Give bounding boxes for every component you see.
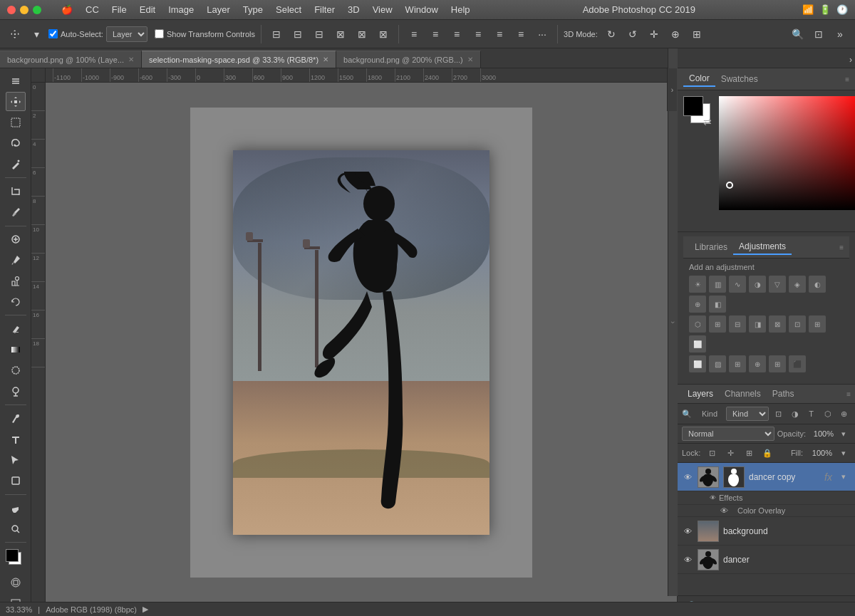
tab-layers[interactable]: Layers bbox=[682, 387, 719, 400]
selective-color-icon[interactable]: ⊞ bbox=[809, 315, 826, 333]
hue-sat-icon[interactable]: ◐ bbox=[809, 276, 826, 293]
3d-rotate-button[interactable]: ↻ bbox=[602, 25, 621, 43]
filter-pixel-icon[interactable]: ⊡ bbox=[772, 407, 785, 421]
search-button[interactable]: 🔍 bbox=[788, 25, 807, 43]
tab-close-icon[interactable]: ✕ bbox=[467, 56, 473, 63]
canvas-image[interactable] bbox=[233, 150, 489, 535]
smart-object-icon[interactable]: ⊕ bbox=[749, 355, 766, 372]
move-tool-options[interactable] bbox=[6, 25, 24, 43]
move-tool[interactable] bbox=[6, 92, 26, 111]
brightness-contrast-icon[interactable]: ☀ bbox=[689, 276, 706, 293]
panel-options-button[interactable] bbox=[6, 71, 26, 90]
pen-tool[interactable] bbox=[6, 409, 26, 428]
shape-fill-icon[interactable]: ⬛ bbox=[789, 355, 806, 372]
eraser-tool[interactable] bbox=[6, 319, 26, 338]
blend-mode-select[interactable]: Normal Multiply Screen Overlay bbox=[682, 427, 774, 441]
maximize-button[interactable] bbox=[33, 6, 41, 14]
layer-menu-item[interactable]: Layer bbox=[201, 3, 236, 16]
tab-background-100[interactable]: background.png @ 100% (Laye... ✕ bbox=[0, 51, 142, 68]
lock-pixels-button[interactable]: ⊡ bbox=[705, 446, 719, 460]
workspace-button[interactable]: ⊡ bbox=[809, 25, 828, 43]
gradient-map-icon[interactable]: ▽ bbox=[769, 276, 786, 293]
type-tool[interactable] bbox=[6, 429, 26, 449]
more-options-button[interactable]: ··· bbox=[533, 25, 551, 43]
solid-color-icon[interactable]: ⬜ bbox=[689, 355, 706, 372]
lock-artboard-button[interactable]: ⊞ bbox=[742, 446, 756, 460]
align-left-button[interactable]: ⊟ bbox=[267, 25, 286, 43]
history-brush-tool[interactable] bbox=[6, 292, 26, 311]
threshold-icon[interactable]: ⊡ bbox=[789, 315, 806, 333]
marquee-tool[interactable] bbox=[6, 113, 26, 132]
distribute-center-button[interactable]: ≡ bbox=[426, 25, 445, 43]
window-menu-item[interactable]: Window bbox=[400, 3, 444, 16]
foreground-color-swatch[interactable] bbox=[6, 549, 19, 562]
distribute-left-button[interactable]: ≡ bbox=[405, 25, 423, 43]
healing-brush-tool[interactable] bbox=[6, 230, 26, 249]
quick-mask-button[interactable] bbox=[6, 573, 26, 592]
color-overlay-eye-icon[interactable]: 👁 bbox=[720, 506, 732, 515]
layer-row-dancer-copy[interactable]: 👁 dancer copy fx ▾ bbox=[678, 463, 855, 491]
effects-eye-icon[interactable]: 👁 bbox=[710, 494, 716, 501]
lock-position-button[interactable]: ✛ bbox=[723, 446, 737, 460]
exposure-icon[interactable]: ◑ bbox=[749, 276, 766, 293]
layer-expand-button[interactable]: ▾ bbox=[836, 470, 851, 484]
tab-close-icon[interactable]: ✕ bbox=[128, 56, 134, 63]
zoom-tool[interactable] bbox=[6, 519, 26, 538]
invert-icon[interactable]: ◨ bbox=[749, 315, 766, 333]
apple-menu-item[interactable]: 🍎 bbox=[56, 3, 78, 16]
filter-shape-icon[interactable]: ⬡ bbox=[821, 407, 834, 421]
distribute-right-button[interactable]: ≡ bbox=[447, 25, 466, 43]
distribute-top-button[interactable]: ≡ bbox=[469, 25, 487, 43]
color-gradient[interactable] bbox=[719, 96, 855, 210]
pattern-icon[interactable]: ⬜ bbox=[689, 335, 706, 353]
tab-libraries[interactable]: Libraries bbox=[689, 240, 733, 254]
3d-slide-button[interactable]: ⊕ bbox=[666, 25, 685, 43]
tab-channels[interactable]: Channels bbox=[719, 387, 767, 400]
tab-swatches[interactable]: Swatches bbox=[715, 72, 764, 86]
eyedropper-tool[interactable] bbox=[6, 202, 26, 221]
file-menu-item[interactable]: File bbox=[106, 3, 133, 16]
layer-row-background[interactable]: 👁 background bbox=[678, 517, 855, 545]
vibrance-icon[interactable]: ◈ bbox=[789, 276, 806, 293]
gradient-tool[interactable] bbox=[6, 340, 26, 360]
filter-menu-item[interactable]: Filter bbox=[309, 3, 341, 16]
hand-tool[interactable] bbox=[6, 498, 26, 518]
kind-select[interactable]: Kind Name Effect bbox=[726, 407, 769, 421]
lasso-tool[interactable] bbox=[6, 134, 26, 153]
tab-color[interactable]: Color bbox=[683, 71, 715, 87]
align-bottom-button[interactable]: ⊠ bbox=[374, 25, 393, 43]
align-center-h-button[interactable]: ⊟ bbox=[289, 25, 307, 43]
collapse-panels-button[interactable]: › bbox=[669, 321, 677, 323]
opacity-adjust-icon[interactable]: ▾ bbox=[836, 427, 851, 441]
close-button[interactable] bbox=[7, 6, 16, 14]
image-menu-item[interactable]: Image bbox=[162, 3, 200, 16]
app-menu-item[interactable]: CC bbox=[80, 3, 105, 16]
3d-roll-button[interactable]: ↺ bbox=[623, 25, 642, 43]
color-lookup-icon[interactable]: ⊟ bbox=[729, 315, 746, 333]
type-menu-item[interactable]: Type bbox=[237, 3, 269, 16]
shape-tool[interactable] bbox=[6, 471, 26, 491]
minimize-button[interactable] bbox=[20, 6, 28, 14]
photo-filter-icon[interactable]: ⬡ bbox=[689, 315, 706, 333]
layers-panel-menu[interactable]: ≡ bbox=[846, 390, 851, 398]
tab-adjustments[interactable]: Adjustments bbox=[733, 239, 792, 255]
distribute-vcenter-button[interactable]: ≡ bbox=[490, 25, 509, 43]
blur-tool[interactable] bbox=[6, 361, 26, 380]
fill-adjust-icon[interactable]: ▾ bbox=[836, 446, 851, 460]
3d-scale-button[interactable]: ⊞ bbox=[688, 25, 706, 43]
3d-menu-item[interactable]: 3D bbox=[342, 3, 366, 16]
tab-selection-masking[interactable]: selection-masking-space.psd @ 33.3% (RGB… bbox=[142, 51, 336, 68]
tabs-collapse-button[interactable]: › bbox=[846, 52, 855, 68]
pattern-fill-icon[interactable]: ⊞ bbox=[729, 355, 746, 372]
tab-close-icon[interactable]: ✕ bbox=[323, 56, 328, 63]
layer-visibility-dancer-copy[interactable]: 👁 bbox=[682, 471, 693, 483]
view-menu-item[interactable]: View bbox=[367, 3, 398, 16]
align-right-button[interactable]: ⊟ bbox=[310, 25, 328, 43]
layer-select[interactable]: Layer bbox=[106, 26, 147, 42]
color-balance-icon[interactable]: ⊕ bbox=[689, 296, 706, 313]
distribute-bottom-button[interactable]: ≡ bbox=[512, 25, 530, 43]
tab-paths[interactable]: Paths bbox=[767, 387, 800, 400]
auto-select-dropdown[interactable]: ▾ bbox=[27, 25, 46, 43]
auto-select-checkbox[interactable] bbox=[48, 29, 58, 38]
path-select-tool[interactable] bbox=[6, 451, 26, 470]
